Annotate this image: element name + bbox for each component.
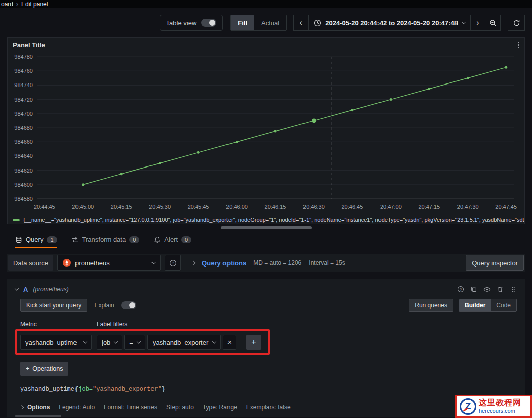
builder-field-labels: Metric Label filters <box>15 321 517 328</box>
watermark-site-url: herecours.com <box>479 408 521 414</box>
options-type: Type: Range <box>203 404 237 411</box>
svg-text:984620: 984620 <box>14 168 33 174</box>
kick-start-query-button[interactable]: Kick start your query <box>20 299 87 312</box>
chart-legend: {__name__="yashandb_uptime", instance="1… <box>8 215 524 224</box>
panel-header: Panel Title <box>8 38 524 52</box>
options-collapse[interactable]: Options <box>20 404 50 411</box>
plus-icon: + <box>251 338 256 347</box>
breadcrumb: oard › Edit panel <box>0 0 532 8</box>
help-circle-icon[interactable]: ? <box>457 286 464 293</box>
interval-text: Interval = 15s <box>309 259 345 266</box>
svg-text:984700: 984700 <box>14 111 33 117</box>
breadcrumb-separator: › <box>16 1 18 8</box>
drag-handle-icon[interactable] <box>510 286 517 293</box>
svg-text:?: ? <box>460 287 462 292</box>
code-mode-option[interactable]: Code <box>491 299 516 311</box>
highlight-rectangle: yashandb_uptime job = yashandb_exporter … <box>15 329 270 355</box>
collapse-chevron-icon[interactable] <box>15 286 19 290</box>
actual-option[interactable]: Actual <box>254 15 286 30</box>
filter-label-select[interactable]: job <box>97 335 122 350</box>
run-queries-button[interactable]: Run queries <box>409 299 453 312</box>
add-filter-button[interactable]: + <box>246 335 261 350</box>
filter-value-text: yashandb_exporter <box>153 339 208 346</box>
watermark-badge: Z 这里教程网 herecours.com <box>455 395 532 418</box>
editor-tabs: Query 1 Transform data 0 Alert 0 <box>0 231 532 248</box>
tab-query[interactable]: Query 1 <box>15 231 57 248</box>
query-editor-card: A (prometheus) ? Kick start your query E… <box>7 279 525 417</box>
timeseries-chart[interactable]: 9845809846009846209846409846609846809847… <box>8 52 517 214</box>
remove-filter-button[interactable]: × <box>223 335 236 350</box>
add-operations-button[interactable]: + Operations <box>20 362 68 376</box>
time-shift-forward-button[interactable]: › <box>470 15 485 31</box>
label-filter-group: job = yashandb_exporter × <box>97 335 236 350</box>
svg-text:20:46:15: 20:46:15 <box>265 204 286 210</box>
chevron-right-icon[interactable] <box>191 261 195 265</box>
query-ref-id[interactable]: A <box>23 286 28 293</box>
operations-button-label: Operations <box>32 365 63 372</box>
datasource-label: Data source <box>8 255 53 271</box>
svg-text:20:45:30: 20:45:30 <box>149 204 171 210</box>
builder-mode-option[interactable]: Builder <box>459 299 491 311</box>
chevron-right-icon <box>20 405 24 409</box>
chevron-down-icon <box>83 339 87 343</box>
filter-label-value: job <box>102 339 110 346</box>
chevron-down-icon <box>137 339 141 343</box>
refresh-button[interactable] <box>508 15 525 31</box>
trash-icon[interactable] <box>497 286 504 293</box>
scrollbar-thumb[interactable] <box>221 226 312 229</box>
legend-series-label[interactable]: {__name__="yashandb_uptime", instance="1… <box>23 217 524 223</box>
builder-code-segment: Builder Code <box>459 299 517 312</box>
options-exemplars: Exemplars: false <box>246 404 291 411</box>
tab-alert[interactable]: Alert 0 <box>154 231 191 248</box>
legend-scrollbar <box>0 224 532 231</box>
time-shift-back-button[interactable]: ‹ <box>293 15 309 31</box>
options-legend: Legend: Auto <box>59 404 95 411</box>
breadcrumb-parent[interactable]: oard <box>1 1 13 8</box>
query-inspector-button[interactable]: Query inspector <box>466 255 524 271</box>
datasource-picker[interactable]: prometheus <box>57 255 161 271</box>
svg-text:20:46:30: 20:46:30 <box>303 204 325 210</box>
table-view-toggle[interactable] <box>201 19 216 27</box>
chevron-down-icon <box>212 339 216 343</box>
datasource-row: Data source prometheus ? Query options M… <box>7 254 525 272</box>
metric-select[interactable]: yashandb_uptime <box>20 335 92 350</box>
prometheus-logo-icon <box>63 259 71 267</box>
svg-text:?: ? <box>172 261 174 265</box>
fill-option[interactable]: Fill <box>231 15 254 30</box>
svg-text:984780: 984780 <box>14 54 33 60</box>
tab-transform-data[interactable]: Transform data 0 <box>71 231 140 248</box>
query-header-actions: ? <box>457 286 517 293</box>
transform-icon <box>71 236 79 243</box>
tab-alert-badge: 0 <box>181 236 191 243</box>
svg-text:984680: 984680 <box>14 125 33 131</box>
filter-value-select[interactable]: yashandb_exporter <box>147 335 221 350</box>
svg-text:20:47:15: 20:47:15 <box>418 204 440 210</box>
filter-operator-select[interactable]: = <box>124 335 145 350</box>
duplicate-icon[interactable] <box>470 286 477 293</box>
query-options-link[interactable]: Query options <box>202 259 246 267</box>
zoom-out-time-button[interactable] <box>485 15 501 31</box>
datasource-selected: prometheus <box>75 259 110 267</box>
max-data-points-text: MD = auto = 1206 <box>253 259 301 266</box>
eye-icon[interactable] <box>483 286 491 293</box>
clock-icon <box>314 19 321 27</box>
svg-text:20:45:45: 20:45:45 <box>188 204 209 210</box>
svg-text:20:47:45: 20:47:45 <box>495 204 517 210</box>
close-icon: × <box>227 338 232 346</box>
query-header: A (prometheus) ? <box>15 282 517 297</box>
svg-text:20:45:00: 20:45:00 <box>72 204 94 210</box>
bottom-scrollbar-thumb[interactable] <box>15 415 61 417</box>
preview-close-brace: } <box>162 386 165 393</box>
svg-text:984600: 984600 <box>14 182 33 188</box>
time-range-picker[interactable]: 2024-05-20 20:44:42 to 2024-05-20 20:47:… <box>308 15 471 31</box>
tab-alert-label: Alert <box>164 236 178 243</box>
table-view-label: Table view <box>166 19 197 27</box>
metric-select-value: yashandb_uptime <box>25 339 77 346</box>
panel-menu-icon[interactable] <box>518 42 519 48</box>
query-preview: yashandb_uptime{job="yashandb_exporter"} <box>15 386 517 393</box>
explain-toggle[interactable] <box>121 301 136 309</box>
svg-text:984740: 984740 <box>14 82 33 88</box>
filter-operator-value: = <box>129 339 133 346</box>
help-circle-icon: ? <box>169 259 177 267</box>
datasource-help-button[interactable]: ? <box>165 255 181 271</box>
